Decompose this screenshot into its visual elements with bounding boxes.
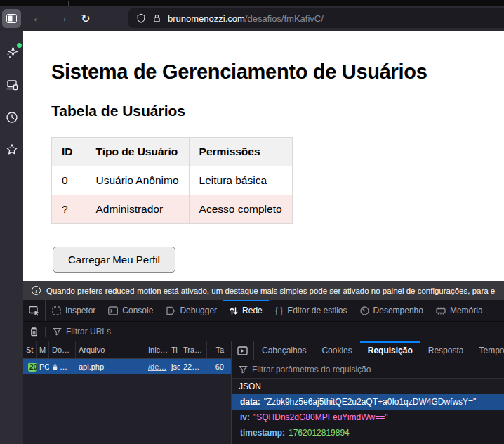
- browser-sidebar: [0, 31, 23, 444]
- request-list-empty-area: [23, 374, 231, 444]
- tab-editor-estilos[interactable]: { } Editor de estilos: [269, 300, 354, 321]
- forward-button[interactable]: →: [54, 11, 71, 25]
- page-title: Sistema de Gerenciamento de Usuários: [51, 60, 504, 84]
- col-domain[interactable]: Do…: [49, 341, 76, 358]
- sidebar-toggle-button[interactable]: [2, 9, 21, 28]
- cell-permissoes: Leitura básica: [189, 166, 292, 195]
- notification-dot: [17, 43, 22, 48]
- filter-urls-input[interactable]: Filtrar URLs: [46, 327, 111, 337]
- tab-tempos[interactable]: Tempos: [471, 341, 504, 360]
- lock-icon[interactable]: [152, 13, 161, 23]
- col-status[interactable]: St: [23, 341, 37, 358]
- ai-chatbot-icon[interactable]: [6, 46, 18, 59]
- cell-tipo: Administrador: [86, 195, 189, 224]
- page-subtitle: Tabela de Usuários: [51, 103, 504, 119]
- load-profile-button[interactable]: Carregar Meu Perfil: [53, 247, 175, 273]
- tab-cabecalhos[interactable]: Cabeçalhos: [254, 341, 314, 360]
- col-file[interactable]: Arquivo: [76, 341, 145, 358]
- synced-tabs-icon[interactable]: [6, 79, 18, 91]
- cell-id: ?: [52, 195, 86, 224]
- col-permissoes: Permissões: [189, 138, 292, 166]
- request-method: POST: [37, 363, 49, 371]
- devtools-tabbar: Inspetor Console Debugger Rede { } Edito…: [23, 300, 504, 321]
- request-details-panel: Cabeçalhos Cookies Requisição Resposta T…: [232, 341, 504, 444]
- tab-inspetor[interactable]: Inspetor: [46, 300, 102, 321]
- cell-id: 0: [52, 166, 86, 195]
- url-domain: brunomenozzi.com: [168, 13, 245, 24]
- url-path: /desafios/fmKafivC/: [245, 13, 324, 24]
- navigation-toolbar: ← → ↻ brunomenozzi.com/desafios/fmKafivC…: [0, 6, 504, 31]
- col-id: ID: [52, 138, 86, 166]
- info-icon: i: [32, 286, 41, 295]
- request-row-selected[interactable]: 200 POST … api.php /de… json 22… 60: [23, 359, 231, 374]
- col-size[interactable]: Ta: [207, 341, 227, 358]
- request-type: json: [168, 363, 180, 371]
- notice-text: Quando prefers-reduced-motion está ativa…: [46, 287, 495, 295]
- tab-desempenho[interactable]: Desempenho: [354, 300, 430, 321]
- filter-request-params-input[interactable]: Filtrar parâmetros da requisição: [232, 360, 504, 379]
- tab-console[interactable]: Console: [102, 300, 159, 321]
- gauge-icon: [360, 306, 369, 315]
- browser-window: ← → ↻ brunomenozzi.com/desafios/fmKafivC…: [0, 0, 504, 444]
- clear-requests-button[interactable]: [23, 327, 46, 337]
- tab-strip: [0, 0, 504, 6]
- web-page-viewport: Sistema de Gerenciamento de Usuários Tab…: [23, 31, 504, 281]
- request-initiator-link[interactable]: /de…: [148, 363, 166, 371]
- network-icon: [230, 306, 238, 315]
- cell-permissoes: Acesso completo: [189, 195, 292, 224]
- tab-memoria[interactable]: Memória: [430, 300, 489, 321]
- request-domain: …: [49, 363, 76, 371]
- history-icon[interactable]: [6, 111, 18, 124]
- tab-separator: [68, 1, 69, 6]
- col-transferred[interactable]: Tra…: [180, 341, 207, 358]
- details-tabbar: Cabeçalhos Cookies Requisição Resposta T…: [232, 341, 504, 360]
- param-row-data[interactable]: data: "Zzbk9hz5e6aj5thitQE2u2aQT+a0Io1qz…: [232, 394, 504, 410]
- url-text: brunomenozzi.com/desafios/fmKafivC/: [168, 13, 324, 24]
- tab-rede[interactable]: Rede: [223, 300, 269, 321]
- table-row: 0 Usuário Anônimo Leitura básica: [52, 166, 293, 195]
- network-filter-toolbar: Filtrar URLs: [23, 321, 504, 341]
- cell-tipo: Usuário Anônimo: [86, 166, 189, 195]
- reload-button[interactable]: ↻: [77, 12, 94, 25]
- inspector-icon: [52, 306, 61, 315]
- network-request-list: St M Do… Arquivo Inic… Ti Tra… Ta 200 PO…: [23, 341, 232, 444]
- debugger-icon: [166, 306, 175, 315]
- sidebar-icon: [6, 14, 17, 23]
- table-row-highlighted: ? Administrador Acesso completo: [52, 195, 293, 224]
- tab-debugger[interactable]: Debugger: [159, 300, 223, 321]
- col-method[interactable]: M: [37, 341, 49, 358]
- request-transferred: 22…: [180, 363, 207, 371]
- param-row-timestamp[interactable]: timestamp: 1762012819894: [232, 425, 504, 440]
- braces-icon: { }: [275, 306, 283, 315]
- request-file: api.php: [76, 363, 145, 371]
- secure-lock-icon: [52, 363, 58, 370]
- tab-cookies[interactable]: Cookies: [314, 341, 359, 360]
- col-initiator[interactable]: Inic…: [145, 341, 168, 358]
- tab-requisicao[interactable]: Requisição: [360, 341, 420, 360]
- url-bar[interactable]: brunomenozzi.com/desafios/fmKafivC/: [128, 8, 504, 28]
- funnel-icon: [239, 365, 248, 374]
- resend-request-button[interactable]: [232, 341, 254, 360]
- back-button[interactable]: ←: [29, 11, 46, 25]
- tab-resposta[interactable]: Resposta: [420, 341, 472, 360]
- col-type[interactable]: Ti: [168, 341, 180, 358]
- pick-element-button[interactable]: [23, 300, 46, 321]
- bookmarks-icon[interactable]: [6, 143, 18, 156]
- network-columns-header: St M Do… Arquivo Inic… Ti Tra… Ta: [23, 341, 231, 359]
- col-tipo: Tipo de Usuário: [86, 138, 189, 166]
- param-row-iv[interactable]: iv: "SQHDns2dG80MPFeuYimdWw==": [232, 410, 504, 425]
- json-section-header[interactable]: JSON: [232, 379, 504, 394]
- shield-icon[interactable]: [136, 13, 146, 24]
- status-badge: 200: [28, 363, 37, 372]
- devtools-notice-bar: i Quando prefers-reduced-motion está ati…: [23, 281, 504, 300]
- request-size: 60: [207, 363, 227, 371]
- table-header-row: ID Tipo de Usuário Permissões: [52, 138, 293, 166]
- users-table: ID Tipo de Usuário Permissões 0 Usuário …: [51, 137, 293, 224]
- console-icon: [108, 306, 118, 315]
- memory-chip-icon: [436, 306, 446, 315]
- funnel-icon: [53, 327, 62, 336]
